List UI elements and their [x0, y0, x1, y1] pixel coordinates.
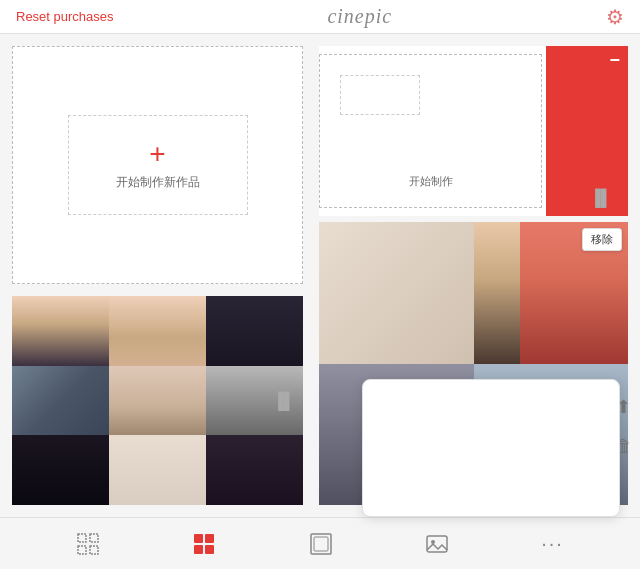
new-project-card[interactable]: + 开始制作新作品 [12, 46, 303, 284]
grid-cell-9 [206, 435, 303, 505]
new-project-inner: + 开始制作新作品 [68, 115, 248, 215]
svg-rect-9 [314, 537, 328, 551]
existing-project-card[interactable]: ▐▌ [12, 296, 303, 505]
collage-cell-1 [319, 222, 474, 364]
layout-item-5[interactable] [375, 452, 423, 500]
left-panel: + 开始制作新作品 ▐▌ [0, 34, 315, 517]
remove-button[interactable]: 移除 [582, 228, 622, 251]
stats-icon[interactable]: ▐▌ [272, 392, 295, 410]
grid-icon [192, 532, 216, 556]
grid-cell-2 [109, 296, 206, 366]
red-block: − [546, 46, 628, 216]
svg-rect-0 [78, 534, 86, 542]
pattern-icon [76, 532, 100, 556]
layout-item-6[interactable] [435, 452, 483, 500]
svg-rect-4 [194, 534, 203, 543]
header: Reset purchases cinepic ⚙ [0, 0, 640, 34]
svg-rect-6 [194, 545, 203, 554]
grid-cell-8 [109, 435, 206, 505]
layout-item-8[interactable] [555, 452, 603, 500]
svg-rect-3 [90, 546, 98, 554]
reset-purchases-button[interactable]: Reset purchases [16, 9, 114, 24]
svg-rect-5 [205, 534, 214, 543]
more-dots: ··· [541, 532, 564, 555]
right-dashed-area: 开始制作 [319, 54, 542, 208]
project-grid [12, 296, 303, 505]
layout-item-4[interactable] [555, 392, 603, 440]
red-overlay [546, 140, 628, 217]
inner-dashed [340, 75, 420, 115]
svg-rect-1 [90, 534, 98, 542]
svg-rect-2 [78, 546, 86, 554]
app-logo: cinepic [327, 5, 392, 28]
svg-rect-7 [205, 545, 214, 554]
svg-rect-10 [427, 536, 447, 552]
toolbar-pattern[interactable] [76, 532, 100, 556]
photo-icon [425, 532, 449, 556]
crop-icon [309, 532, 333, 556]
right-top-card: 开始制作 − [319, 46, 628, 216]
grid-cell-3 [206, 296, 303, 366]
layout-item-1[interactable] [375, 392, 423, 440]
minus-icon: − [609, 50, 620, 71]
plus-icon: + [149, 140, 165, 168]
layout-picker [362, 379, 620, 517]
toolbar-crop[interactable] [309, 532, 333, 556]
toolbar-more[interactable]: ··· [541, 532, 564, 555]
bottom-toolbar: ··· [0, 517, 640, 569]
layout-item-2[interactable] [435, 392, 483, 440]
stats-icon-right[interactable]: ▐▌ [589, 189, 612, 207]
new-project-label: 开始制作新作品 [116, 174, 200, 191]
grid-cell-1 [12, 296, 109, 366]
grid-cell-4 [12, 366, 109, 436]
start-label: 开始制作 [409, 174, 453, 189]
grid-cell-7 [12, 435, 109, 505]
layout-item-7[interactable] [495, 452, 543, 500]
layout-item-3[interactable] [495, 392, 543, 440]
grid-cell-5 [109, 366, 206, 436]
toolbar-grid[interactable] [192, 532, 216, 556]
toolbar-photo[interactable] [425, 532, 449, 556]
gear-icon[interactable]: ⚙ [606, 5, 624, 29]
